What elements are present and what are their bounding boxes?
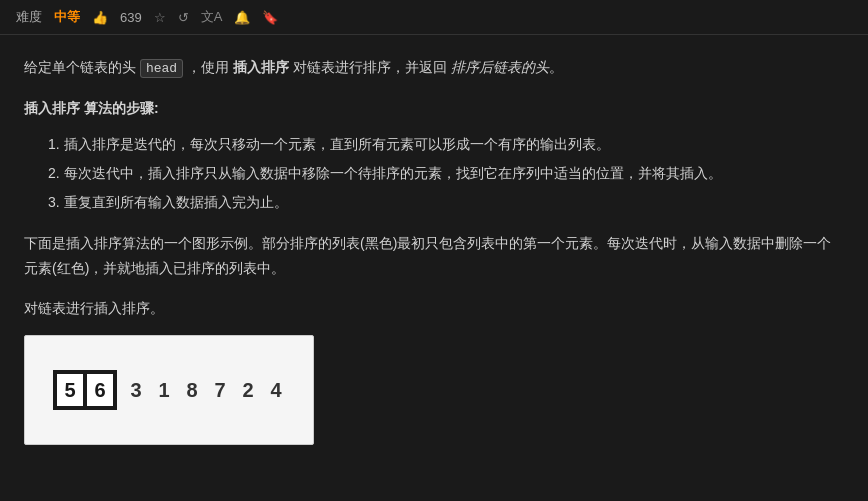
insertion-sort-term: 插入排序 — [233, 59, 289, 75]
head-code: head — [140, 59, 183, 78]
step-3: 3. 重复直到所有输入数据插入完为止。 — [48, 190, 836, 215]
sorted-head-term: 排序后链表的头 — [451, 59, 549, 75]
plain-num-6: 4 — [267, 372, 285, 408]
bookmark-icon[interactable]: 🔖 — [262, 10, 278, 25]
plain-num-1: 3 — [127, 372, 145, 408]
like-count: 639 — [120, 10, 142, 25]
intro-suffix: ，使用 — [187, 59, 229, 75]
steps-list: 1. 插入排序是迭代的，每次只移动一个元素，直到所有元素可以形成一个有序的输出列… — [48, 132, 836, 216]
intro-end: 。 — [549, 59, 563, 75]
step-1: 1. 插入排序是迭代的，每次只移动一个元素，直到所有元素可以形成一个有序的输出列… — [48, 132, 836, 157]
intro-prefix: 给定单个链表的头 — [24, 59, 136, 75]
main-content: 给定单个链表的头 head ，使用 插入排序 对链表进行排序，并返回 排序后链表… — [0, 35, 860, 465]
box-num-1: 5 — [55, 372, 85, 408]
task-line: 对链表进行插入排序。 — [24, 296, 836, 321]
difficulty-label: 难度 — [16, 8, 42, 26]
intro-paragraph: 给定单个链表的头 head ，使用 插入排序 对链表进行排序，并返回 排序后链表… — [24, 55, 836, 80]
step-2: 2. 每次迭代中，插入排序只从输入数据中移除一个待排序的元素，找到它在序列中适当… — [48, 161, 836, 186]
sorted-portion: 5 6 — [53, 370, 117, 410]
toolbar: 难度 中等 👍 639 ☆ ↺ 文A 🔔 🔖 — [0, 0, 868, 35]
diagram-inner: 5 6 3 1 8 7 2 4 — [53, 370, 285, 410]
translate-icon[interactable]: 文A — [201, 8, 223, 26]
star-icon[interactable]: ☆ — [154, 10, 166, 25]
difficulty-value: 中等 — [54, 8, 80, 26]
plain-num-5: 2 — [239, 372, 257, 408]
diagram-container: 5 6 3 1 8 7 2 4 — [24, 335, 314, 445]
bell-icon[interactable]: 🔔 — [234, 10, 250, 25]
thumbs-up-icon[interactable]: 👍 — [92, 10, 108, 25]
description-para: 下面是插入排序算法的一个图形示例。部分排序的列表(黑色)最初只包含列表中的第一个… — [24, 231, 836, 281]
refresh-icon[interactable]: ↺ — [178, 10, 189, 25]
plain-num-3: 8 — [183, 372, 201, 408]
box-num-2: 6 — [85, 372, 115, 408]
plain-num-4: 7 — [211, 372, 229, 408]
plain-num-2: 1 — [155, 372, 173, 408]
intro-middle: 对链表进行排序，并返回 — [293, 59, 447, 75]
section-title: 插入排序 算法的步骤: — [24, 96, 836, 121]
